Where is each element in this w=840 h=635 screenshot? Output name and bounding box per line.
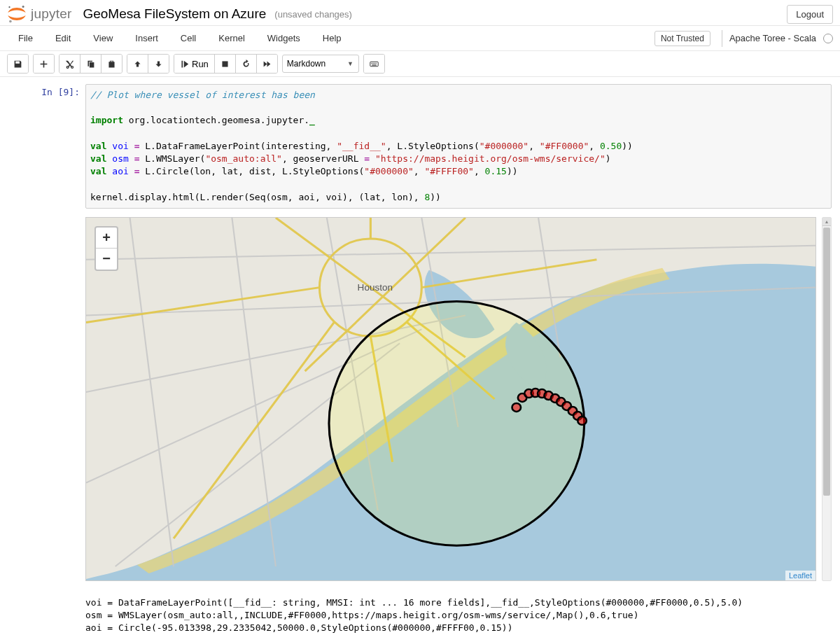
run-label: Run [192,59,209,69]
svg-rect-7 [374,62,374,63]
interrupt-button[interactable] [215,55,236,73]
menu-file[interactable]: File [7,26,44,50]
restart-icon [241,60,251,69]
save-icon [13,60,22,69]
map-output[interactable]: Houston [85,217,816,581]
menu-insert[interactable]: Insert [124,26,169,50]
code-content[interactable]: // Plot where vessel of interest has bee… [90,89,827,204]
scroll-thumb[interactable] [823,228,830,496]
stop-icon [220,60,230,69]
map-zoom-control: + − [94,226,118,271]
svg-point-1 [9,20,12,23]
menu-kernel[interactable]: Kernel [207,26,256,50]
city-label: Houston [358,282,393,293]
svg-point-12 [512,403,522,412]
text-output-cell: voi = DataFrameLayerPoint([__fid__: stri… [10,589,832,635]
save-button[interactable] [8,55,28,73]
svg-point-0 [22,6,24,8]
cell-type-select[interactable]: Markdown [282,55,359,73]
trust-indicator[interactable]: Not Trusted [654,31,710,46]
fast-forward-icon [262,60,272,69]
zoom-out-button[interactable]: − [96,249,117,270]
menu-view[interactable]: View [82,26,124,50]
menubar: File Edit View Insert Cell Kernel Widget… [0,26,840,51]
svg-rect-6 [372,62,373,63]
svg-rect-4 [370,62,378,67]
logout-button[interactable]: Logout [787,5,833,24]
notebook-title[interactable]: GeoMesa FileSystem on Azure [83,6,266,22]
kernel-indicator: Apache Toree - Scala [722,30,833,47]
map-attribution[interactable]: Leaflet [785,571,816,580]
plus-icon [39,60,48,69]
copy-icon [86,60,95,69]
svg-rect-3 [222,61,227,67]
menu-cell[interactable]: Cell [169,26,207,50]
keyboard-icon [370,60,379,69]
svg-point-23 [578,417,587,425]
paste-icon [107,60,116,69]
svg-rect-5 [371,62,372,63]
restart-button[interactable] [236,55,257,73]
move-up-button[interactable] [127,55,148,73]
jupyter-wordmark: jupyter [31,6,71,22]
input-prompt: In [9]: [10,84,85,209]
svg-point-2 [8,6,10,8]
map-canvas[interactable]: Houston [86,218,816,580]
kernel-name: Apache Toree - Scala [729,33,816,43]
copy-button[interactable] [80,55,102,73]
menu-help[interactable]: Help [312,26,353,50]
code-cell[interactable]: In [9]: // Plot where vessel of interest… [10,84,832,209]
command-palette-button[interactable] [364,55,384,73]
scroll-up-icon[interactable]: ▴ [822,218,831,226]
run-icon [180,60,189,69]
kernel-status-icon [823,34,833,43]
svg-rect-8 [375,62,376,63]
zoom-in-button[interactable]: + [96,228,117,249]
menu-edit[interactable]: Edit [44,26,82,50]
aoi-circle [329,301,584,545]
restart-run-all-button[interactable] [257,55,277,73]
run-button[interactable]: Run [174,55,215,73]
output-scrollbar[interactable]: ▴ [822,217,832,581]
move-down-button[interactable] [148,55,169,73]
notebook-header: jupyter GeoMesa FileSystem on Azure (uns… [0,0,840,26]
code-input-area[interactable]: // Plot where vessel of interest has bee… [85,84,832,209]
menu-widgets[interactable]: Widgets [256,26,312,50]
arrow-down-icon [154,60,163,69]
output-cell: Houston [10,217,832,581]
jupyter-logo[interactable]: jupyter [7,4,71,24]
unsaved-indicator: (unsaved changes) [274,9,352,20]
cut-button[interactable] [59,55,80,73]
arrow-up-icon [133,60,142,69]
text-output: voi = DataFrameLayerPoint([__fid__: stri… [85,596,832,635]
jupyter-icon [7,4,27,24]
cut-icon [65,60,74,69]
svg-rect-9 [372,64,377,65]
paste-button[interactable] [102,55,122,73]
toolbar: Run Markdown [0,51,840,77]
add-cell-button[interactable] [34,55,54,73]
